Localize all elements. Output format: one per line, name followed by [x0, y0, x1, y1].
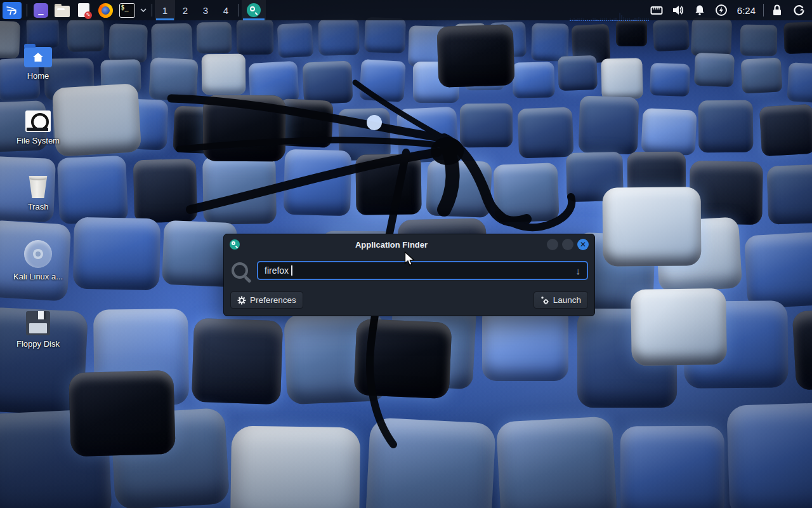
- wallpaper-cube: [698, 100, 754, 153]
- workspace-button-1[interactable]: 1: [155, 0, 175, 20]
- wallpaper-cube: [787, 62, 812, 104]
- search-icon: [232, 262, 248, 279]
- active-app-underline: [243, 18, 265, 20]
- run-icon: [540, 296, 549, 305]
- launcher-firefox[interactable]: [95, 0, 116, 20]
- wallpaper-cube: [73, 217, 160, 291]
- launch-label: Launch: [553, 295, 581, 305]
- search-input[interactable]: firefox ↓: [257, 261, 588, 280]
- preferences-button[interactable]: Preferences: [230, 291, 303, 309]
- firefox-icon: [98, 3, 113, 18]
- wallpaper-cube: [531, 23, 568, 61]
- wallpaper-cube: [203, 95, 286, 162]
- wallpaper-cube: [650, 63, 690, 97]
- wallpaper-cube: [237, 19, 274, 55]
- desktop-icon-label: Kali Linux a...: [8, 272, 69, 281]
- clock[interactable]: 6:24: [732, 0, 761, 20]
- wallpaper-cube: [518, 107, 574, 159]
- launcher-text-editor[interactable]: [73, 0, 95, 20]
- hard-drive-icon: [25, 110, 51, 132]
- wallpaper-cube: [691, 17, 732, 57]
- workspace-button-2[interactable]: 2: [175, 0, 195, 20]
- launcher-file-manager[interactable]: [51, 0, 73, 20]
- wallpaper-cube: [318, 18, 359, 55]
- wallpaper-cube: [740, 25, 777, 57]
- wallpaper-cube: [744, 232, 812, 309]
- workspace-label: 3: [203, 5, 208, 16]
- maximize-button[interactable]: [562, 239, 573, 250]
- wallpaper-cube: [359, 59, 406, 102]
- active-workspace-underline: [156, 18, 174, 20]
- wallpaper-cube: [303, 60, 353, 104]
- wallpaper-cube: [69, 370, 176, 457]
- wallpaper-cube: [192, 318, 283, 405]
- wallpaper-cube: [355, 154, 421, 215]
- dialog-button-row: Preferences Launch: [224, 283, 594, 309]
- minimize-button[interactable]: [547, 239, 558, 250]
- wallpaper-cube: [620, 426, 725, 508]
- workspace-button-3[interactable]: 3: [195, 0, 216, 20]
- dropdown-arrow-icon[interactable]: ↓: [576, 265, 581, 276]
- wallpaper-cube: [230, 426, 360, 508]
- desktop-icon-home[interactable]: Home: [8, 37, 69, 81]
- wallpaper-cube: [759, 104, 812, 157]
- wallpaper-cube: [783, 22, 812, 54]
- wallpaper-cube: [694, 53, 735, 88]
- preferences-label: Preferences: [250, 295, 296, 305]
- wallpaper-cube: [364, 17, 406, 53]
- app-finder-icon: [247, 3, 261, 17]
- close-button[interactable]: ✕: [577, 239, 589, 250]
- wallpaper-cube: [631, 288, 727, 366]
- wallpaper-cube: [364, 417, 496, 508]
- app-finder-window-icon: [230, 239, 240, 250]
- trash-bin-icon: [27, 174, 49, 198]
- desktop-icon-trash[interactable]: Trash: [8, 168, 69, 211]
- desktop-icon-kali-linux[interactable]: Kali Linux a...: [8, 237, 69, 281]
- wallpaper-cube: [482, 305, 568, 381]
- top-panel: $_ 1 2 3 4: [0, 0, 812, 20]
- wallpaper-cube: [493, 163, 559, 222]
- wallpaper-cube: [148, 57, 198, 102]
- notifications-tray-button[interactable]: [689, 0, 710, 20]
- wallpaper-cube: [202, 155, 277, 225]
- desktop-icon-label: Trash: [8, 202, 69, 211]
- wallpaper-cube: [284, 149, 351, 217]
- wallpaper-cube: [726, 402, 812, 508]
- desktop-icon-floppy-disk[interactable]: Floppy Disk: [8, 305, 69, 349]
- wallpaper-cube: [202, 54, 246, 95]
- file-manager-icon: [55, 6, 70, 17]
- launcher-terminal[interactable]: $_: [116, 0, 138, 20]
- volume-tray-button[interactable]: [667, 0, 689, 20]
- volume-icon: [672, 4, 684, 16]
- panel-separator: [239, 4, 239, 17]
- desktop-icon-file-system[interactable]: File System: [8, 102, 69, 145]
- wallpaper-cube: [436, 24, 514, 88]
- chevron-down-icon: [140, 8, 147, 12]
- wallpaper-cube: [641, 108, 697, 156]
- wallpaper-cube: [616, 20, 647, 46]
- power-manager-tray-button[interactable]: [710, 0, 732, 20]
- window-titlebar[interactable]: Application Finder ✕: [224, 234, 594, 255]
- workspace-label: 4: [223, 5, 228, 16]
- wallpaper-cube: [133, 159, 198, 224]
- wallpaper-cube: [767, 164, 812, 224]
- text-editor-icon: [78, 3, 89, 17]
- wallpaper-cube: [277, 23, 313, 58]
- wallpaper-cube: [353, 319, 452, 399]
- network-tray-button[interactable]: [646, 0, 667, 20]
- desktop-icon-label: Home: [8, 71, 69, 81]
- launch-button[interactable]: Launch: [534, 291, 588, 309]
- terminal-dropdown-button[interactable]: [138, 0, 149, 20]
- panel-separator: [763, 4, 764, 17]
- lock-screen-button[interactable]: [766, 0, 788, 20]
- launcher-purple-window[interactable]: [30, 0, 51, 20]
- applications-menu-button[interactable]: [0, 0, 24, 20]
- application-finder-button[interactable]: [242, 0, 266, 20]
- workspace-button-4[interactable]: 4: [216, 0, 236, 20]
- kali-dragon-icon: [3, 2, 22, 19]
- terminal-icon: $_: [119, 3, 135, 18]
- desktop-icon-label: Floppy Disk: [8, 339, 69, 349]
- logout-button[interactable]: [788, 0, 809, 20]
- window-title: Application Finder: [240, 240, 543, 250]
- optical-disc-icon: [24, 240, 52, 268]
